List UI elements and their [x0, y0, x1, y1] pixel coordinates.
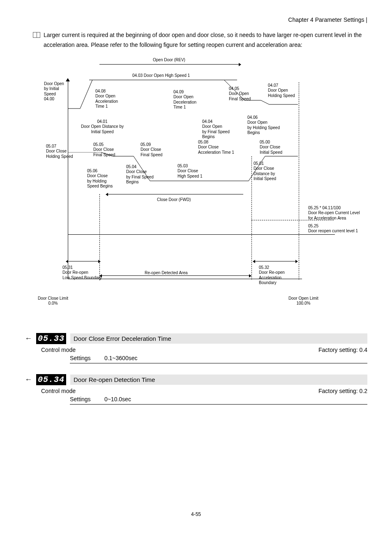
arrow-05-32	[255, 261, 296, 261]
door-open-profile	[68, 80, 302, 117]
factory-setting-05-34: Factory setting: 0.2	[318, 388, 367, 394]
param-title-05-33: Door Close Error Deceleration Time	[70, 333, 367, 344]
label-close-door-fwd: Close Door (FWD)	[157, 197, 191, 203]
book-icon	[33, 32, 40, 38]
settings-value-05-33: 0.1~3600sec	[104, 355, 138, 361]
label-04-01: 04.01 Door Open Distance by Initial Spee…	[81, 119, 124, 135]
control-mode-label: Control mode	[41, 388, 76, 394]
label-open-door-rev: Open Door (REV)	[153, 58, 185, 63]
page-number: 4-55	[25, 511, 367, 517]
label-right-note-top: 05.25 * 04.11/100 Door Re-open Current L…	[308, 206, 360, 221]
label-open-limit: Door Open Limit 100.0%	[288, 296, 318, 306]
label-05-03: 05.03 Door Close High Speed 1	[178, 164, 203, 179]
intro-text: Larger current is required at the beginn…	[44, 30, 367, 50]
runtime-settable-icon: ←	[25, 375, 32, 384]
label-05-32: 05.32 Door Re-open Acceleration Boundary	[259, 265, 285, 286]
label-reopen-area: Re-open Detected Area	[145, 271, 188, 276]
label-04-03: 04.03 Door Open High Speed 1	[132, 73, 190, 79]
label-close-limit: Door Close Limit 0.0%	[38, 296, 68, 306]
intro-paragraph: Larger current is required at the beginn…	[25, 30, 367, 50]
dash-vline-1	[99, 194, 100, 280]
dashed-vline-right	[299, 82, 299, 280]
settings-label: Settings	[70, 355, 103, 361]
settings-row-05-34: Settings 0~10.0sec	[70, 396, 367, 405]
settings-label: Settings	[70, 396, 103, 402]
label-04-06: 04.06 Door Open by Holding Speed Begins	[247, 115, 280, 136]
control-mode-label: Control mode	[41, 347, 76, 353]
label-right-note-bot: 05.25 Door reopen current level 1	[308, 224, 358, 234]
arrow-line	[99, 64, 239, 65]
label-05-06: 05.06 Door Close by Holding Speed Begins	[87, 169, 113, 189]
arrow-close-door	[108, 194, 243, 194]
solid-line	[68, 234, 335, 235]
label-y-axis: Door Open by Initial Speed 04.00	[44, 81, 64, 102]
runtime-settable-icon: ←	[25, 334, 32, 343]
param-05-34: ← 05.34 Door Re-open Detection Time Cont…	[25, 374, 367, 405]
seg-code-05-33: 05.33	[36, 333, 66, 344]
timing-diagram: Open Door (REV) 04.03 Door Open High Spe…	[25, 58, 367, 321]
chapter-header: Chapter 4 Parameter Settings |	[25, 16, 367, 23]
label-04-04: 04.04 Door Open by Final Speed Begins	[202, 119, 230, 140]
param-title-05-34: Door Re-open Detection Time	[70, 375, 367, 385]
arrow-05-31	[68, 261, 99, 261]
label-05-04: 05.04 Door Close by Final Speed Begins	[126, 164, 154, 185]
settings-value-05-34: 0~10.0sec	[104, 396, 131, 402]
label-05-31: 05.31 Door Re-open Low Speed Boundary	[62, 265, 102, 281]
label-05-01: 05.01 Door Close Distance by Initial Spe…	[254, 161, 276, 182]
dash-vline-2	[251, 156, 252, 280]
factory-setting-05-33: Factory setting: 0.4	[318, 347, 367, 353]
param-05-33: ← 05.33 Door Close Error Deceleration Ti…	[25, 333, 367, 363]
seg-code-05-34: 05.34	[36, 374, 66, 385]
settings-row-05-33: Settings 0.1~3600sec	[70, 355, 367, 363]
